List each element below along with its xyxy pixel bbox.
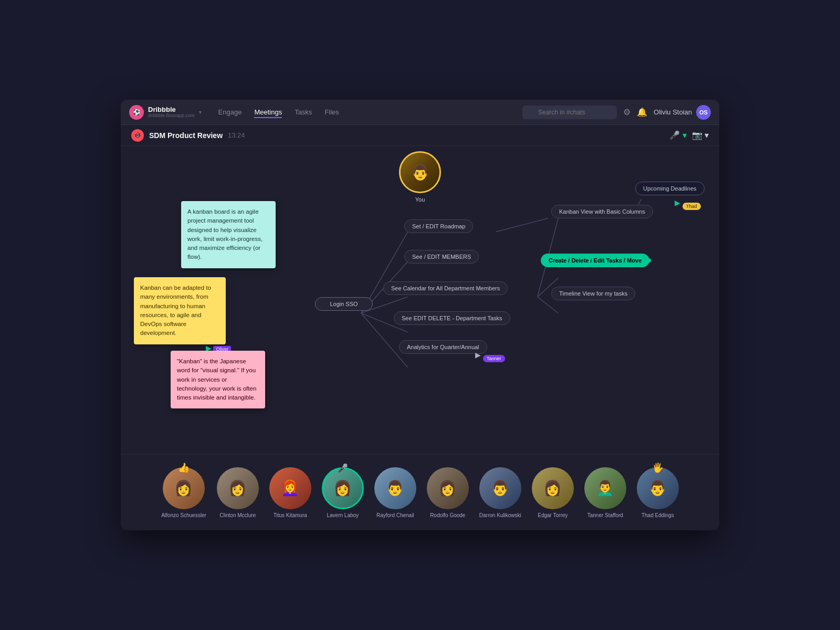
- mic-active-icon: 🎤: [338, 463, 348, 473]
- bell-icon[interactable]: 🔔: [637, 107, 647, 117]
- meeting-title: SDM Product Review: [149, 131, 223, 140]
- node-see-edit-delete[interactable]: See EDIT DELETE - Department Tasks: [394, 311, 510, 325]
- participant-titus: 👩‍🦰 Titus Kitamura: [269, 467, 311, 518]
- meeting-header: 📵 SDM Product Review 13:24 🎤 ▾ 📷 ▾: [121, 125, 719, 146]
- avatar-titus: 👩‍🦰: [269, 467, 311, 509]
- avatar-edgar: 👩: [532, 467, 574, 509]
- thad-cursor-label: Thad: [682, 203, 701, 210]
- node-upcoming-deadlines[interactable]: Upcoming Deadlines: [635, 182, 705, 195]
- top-nav: Engage Meetings Tasks Files: [218, 106, 339, 118]
- participant-thad: 🖐️ 👨 Thad Eddings: [637, 467, 679, 518]
- avatar-thad: 👨: [637, 467, 679, 509]
- participant-rodolfo: 👩 Rodolfo Goode: [427, 467, 469, 518]
- avatar-darron: 👨: [479, 467, 521, 509]
- name-rodolfo: Rodolfo Goode: [430, 512, 465, 518]
- main-content: 👨 You A kanban board is an agile project…: [121, 146, 719, 454]
- tanner-cursor-label: Tanner: [483, 355, 505, 362]
- participant-clinton: 👩 Clinton Mcclure: [217, 467, 259, 518]
- avatar-clinton: 👩: [217, 467, 259, 509]
- meeting-time: 13:24: [228, 131, 245, 139]
- top-bar: ⚽ Dribbble dribbble.floooapp.com ▾ Engag…: [121, 100, 719, 125]
- participants-bar: 👍 👩 Alfonzo Schuessler 👩 Clinton Mcclure…: [121, 454, 719, 530]
- camera-button[interactable]: 📷 ▾: [692, 130, 709, 140]
- node-login-sso[interactable]: Login SSO: [315, 297, 373, 311]
- participant-darron: 👨 Darron Kulikowski: [479, 467, 521, 518]
- node-see-calendar[interactable]: See Calendar for All Department Members: [383, 281, 508, 295]
- meeting-controls: 🎤 ▾ 📷 ▾: [669, 130, 709, 140]
- cursor-tanner: ▶: [475, 351, 481, 359]
- node-set-edit-roadmap[interactable]: Set / EDIT Roadmap: [404, 219, 473, 233]
- nav-meetings[interactable]: Meetings: [254, 106, 282, 118]
- chevron-down-icon: ▾: [199, 109, 202, 115]
- name-clinton: Clinton Mcclure: [219, 512, 256, 518]
- user-name: Oliviu Stoian: [654, 108, 692, 116]
- avatar-alfonzo: 👩: [163, 467, 205, 509]
- name-darron: Darron Kulikowski: [479, 512, 521, 518]
- app-url: dribbble.floooapp.com: [148, 113, 195, 118]
- search-input[interactable]: [522, 106, 617, 119]
- node-see-edit-members[interactable]: See / EDIT MEMBERS: [404, 250, 479, 264]
- top-bar-right: 🔍 ⚙ 🔔 Oliviu Stoian OS: [522, 105, 711, 120]
- participant-tanner: 👨‍🦱 Tanner Stafford: [584, 467, 626, 518]
- node-analytics[interactable]: Analytics for Quarter/Annual: [399, 340, 487, 354]
- meeting-status-icon: 📵: [131, 129, 144, 142]
- sticky-pink-text: "Kanban" is the Japanese word for "visua…: [177, 358, 256, 401]
- name-edgar: Edgar Torrey: [538, 512, 568, 518]
- emoji-thad: 🖐️: [652, 462, 664, 474]
- app-name: Dribbble: [148, 106, 195, 113]
- mindmap-area: Login SSO Set / EDIT Roadmap See / EDIT …: [257, 172, 709, 454]
- sticky-note-pink[interactable]: "Kanban" is the Japanese word for "visua…: [171, 351, 265, 408]
- avatar-tanner: 👨‍🦱: [584, 467, 626, 509]
- node-timeline-view[interactable]: Timeline View for my tasks: [551, 287, 635, 300]
- logo-text: Dribbble dribbble.floooapp.com: [148, 106, 195, 118]
- user-area: Oliviu Stoian OS: [654, 105, 711, 120]
- participant-lavern: 🎤 👩 Lavern Laboy: [322, 467, 364, 518]
- node-dot: [647, 258, 651, 262]
- nav-files[interactable]: Files: [324, 106, 339, 118]
- svg-line-5: [496, 218, 548, 232]
- name-thad: Thad Eddings: [642, 512, 674, 518]
- app-window: ⚽ Dribbble dribbble.floooapp.com ▾ Engag…: [121, 100, 719, 530]
- sticky-note-yellow[interactable]: Kanban can be adapted to many environmen…: [134, 277, 226, 344]
- sticky-yellow-text: Kanban can be adapted to many environmen…: [140, 285, 211, 336]
- avatar-rayford: 👨: [374, 467, 416, 509]
- emoji-alfonzo: 👍: [178, 462, 190, 474]
- user-avatar[interactable]: OS: [696, 105, 711, 120]
- avatar-rodolfo: 👩: [427, 467, 469, 509]
- nav-tasks[interactable]: Tasks: [295, 106, 312, 118]
- participant-rayford: 👨 Rayford Chenail: [374, 467, 416, 518]
- avatar-lavern: 👩: [322, 467, 364, 509]
- name-tanner: Tanner Stafford: [587, 512, 623, 518]
- participant-edgar: 👩 Edgar Torrey: [532, 467, 574, 518]
- nav-engage[interactable]: Engage: [218, 106, 242, 118]
- mic-button[interactable]: 🎤 ▾: [669, 130, 686, 140]
- participant-alfonzo: 👍 👩 Alfonzo Schuessler: [161, 467, 206, 518]
- name-rayford: Rayford Chenail: [376, 512, 414, 518]
- cursor-thad: ▶: [675, 198, 680, 207]
- node-kanban-view[interactable]: Kanban View with Basic Columns: [551, 205, 653, 218]
- search-wrapper: 🔍: [522, 106, 617, 119]
- settings-icon[interactable]: ⚙: [623, 107, 631, 117]
- sticky-cyan-text: A kanban board is an agile project manag…: [187, 208, 262, 260]
- node-create-delete-edit[interactable]: Create / Delete / Edit Tasks / Move: [541, 254, 649, 267]
- dribbble-logo-icon: ⚽: [129, 105, 144, 120]
- logo-area[interactable]: ⚽ Dribbble dribbble.floooapp.com ▾: [129, 105, 202, 120]
- name-alfonzo: Alfonzo Schuessler: [161, 512, 206, 518]
- name-lavern: Lavern Laboy: [327, 512, 359, 518]
- name-titus: Titus Kitamura: [274, 512, 307, 518]
